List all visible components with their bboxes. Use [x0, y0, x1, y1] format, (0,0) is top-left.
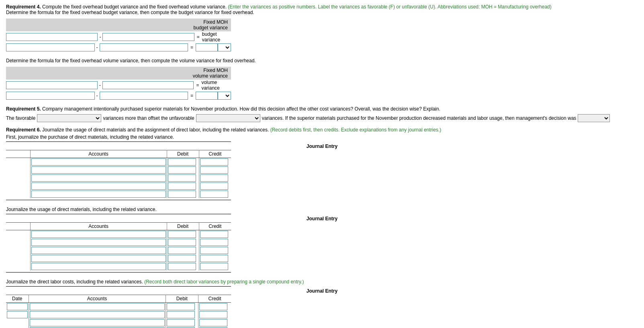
je3-accounts-1[interactable]	[30, 303, 165, 310]
je2-debit-5[interactable]	[168, 263, 196, 270]
req6-title: Requirement 6. Journalize the usage of d…	[6, 127, 638, 133]
je2-row4	[6, 254, 231, 262]
je1-row1	[6, 158, 231, 166]
je1-row3	[6, 174, 231, 182]
je2-instruction: Journalize the usage of direct materials…	[6, 207, 638, 212]
je3-title: Journal Entry	[6, 288, 638, 294]
je2-col-accounts: Accounts	[30, 223, 167, 230]
req5-title: Requirement 5. Company management intent…	[6, 106, 638, 112]
je2-accounts-3[interactable]	[31, 247, 166, 254]
je3-col-accounts: Accounts	[29, 295, 166, 303]
je1-col-accounts: Accounts	[30, 150, 167, 158]
je3-debit-2[interactable]	[167, 311, 195, 318]
volume-result-input2[interactable]	[100, 92, 188, 100]
budget-formula-input1[interactable]	[6, 33, 98, 41]
je1-top-divider	[6, 141, 231, 142]
je3-credit-2[interactable]	[199, 311, 227, 318]
je2-credit-5[interactable]	[200, 263, 228, 270]
je1-accounts-3[interactable]	[31, 174, 166, 182]
volume-formula-input1[interactable]	[6, 81, 98, 89]
je2-credit-4[interactable]	[200, 255, 228, 262]
budget-variance-section: Fixed MOH budget variance - = budget var…	[6, 18, 638, 51]
je3-accounts-2[interactable]	[30, 311, 165, 318]
je1-debit-1[interactable]	[168, 158, 196, 166]
je2-accounts-4[interactable]	[31, 255, 166, 262]
budget-result-input1[interactable]	[6, 43, 95, 51]
je3-header-row: Date Accounts Debit Credit	[6, 295, 231, 303]
je3-section: Journal Entry Date Accounts Debit Credit	[6, 288, 638, 328]
je2-row3	[6, 246, 231, 254]
je1-accounts-1[interactable]	[31, 158, 166, 166]
je2-top-divider	[6, 214, 231, 214]
je1-accounts-5[interactable]	[31, 191, 166, 198]
je1-debit-2[interactable]	[168, 166, 196, 174]
je2-accounts-1[interactable]	[31, 231, 166, 238]
je1-row2	[6, 166, 231, 174]
budget-formula-row1: - = budget variance	[6, 31, 231, 43]
je2-row5	[6, 262, 231, 271]
je2-debit-3[interactable]	[168, 247, 196, 254]
je2-accounts-2[interactable]	[31, 239, 166, 246]
je1-accounts-4[interactable]	[31, 182, 166, 190]
je3-row3	[6, 319, 231, 327]
volume-result-input1[interactable]	[6, 92, 95, 100]
budget-formula-input2[interactable]	[102, 33, 194, 41]
je3-instruction: Journalize the direct labor costs, inclu…	[6, 279, 638, 285]
je2-debit-1[interactable]	[168, 231, 196, 238]
je3-credit-3[interactable]	[199, 319, 227, 326]
volume-instruction: Determine the formula for the fixed over…	[6, 58, 638, 64]
je1-debit-4[interactable]	[168, 182, 196, 190]
je1-debit-5[interactable]	[168, 191, 196, 198]
je1-debit-3[interactable]	[168, 174, 196, 182]
je2-col-credit: Credit	[199, 223, 231, 230]
volume-formula-input2[interactable]	[102, 81, 194, 89]
je2-title: Journal Entry	[6, 216, 638, 221]
je1-credit-2[interactable]	[200, 166, 228, 174]
je2-credit-1[interactable]	[200, 231, 228, 238]
je1-credit-4[interactable]	[200, 182, 228, 190]
je1-credit-3[interactable]	[200, 174, 228, 182]
je1-credit-5[interactable]	[200, 191, 228, 198]
volume-variance-section: Fixed MOH volume variance - = volume var…	[6, 67, 638, 100]
je3-col-date: Date	[6, 295, 29, 303]
je1-title: Journal Entry	[6, 144, 638, 149]
je2-col-debit: Debit	[167, 223, 199, 230]
req5-unfavorable-select[interactable]: direct materials price direct materials …	[196, 114, 260, 122]
req5-wise-select[interactable]: wise unwise	[578, 114, 610, 122]
je1-col-credit: Credit	[199, 150, 231, 158]
volume-formula-row1: - = volume variance	[6, 80, 231, 91]
je3-top-divider	[6, 286, 231, 287]
je3-debit-3[interactable]	[167, 319, 195, 326]
je3-date-1[interactable]	[7, 303, 28, 310]
je1-row4	[6, 182, 231, 190]
req5-answer-row: The favorable direct materials price dir…	[6, 114, 638, 122]
budget-result-dropdown[interactable]: F U	[218, 43, 231, 51]
volume-result-dropdown[interactable]: F U	[218, 92, 231, 100]
je2-debit-2[interactable]	[168, 239, 196, 246]
je2-bottom-divider	[6, 272, 231, 273]
je1-row5	[6, 190, 231, 198]
je1-accounts-2[interactable]	[31, 166, 166, 174]
je3-date-2[interactable]	[7, 311, 28, 318]
je1-col-debit: Debit	[167, 150, 199, 158]
je1-table: Accounts Debit Credit	[6, 150, 231, 198]
je2-header-row: Accounts Debit Credit	[6, 223, 231, 230]
je3-credit-1[interactable]	[199, 303, 227, 310]
je3-debit-1[interactable]	[167, 303, 195, 310]
je2-row2	[6, 238, 231, 246]
req5-favorable-select[interactable]: direct materials price direct materials …	[37, 114, 101, 122]
volume-header: Fixed MOH volume variance	[6, 67, 231, 80]
je3-accounts-3[interactable]	[30, 319, 165, 326]
je2-debit-4[interactable]	[168, 255, 196, 262]
je3-table: Date Accounts Debit Credit	[6, 295, 231, 328]
je1-section: Journal Entry Accounts Debit Credit	[6, 144, 638, 200]
je2-credit-3[interactable]	[200, 247, 228, 254]
volume-result-value[interactable]	[196, 92, 218, 100]
je1-bottom-divider	[6, 200, 231, 200]
je2-credit-2[interactable]	[200, 239, 228, 246]
budget-result-value[interactable]	[196, 43, 218, 51]
je1-credit-1[interactable]	[200, 158, 228, 166]
je3-col-debit: Debit	[166, 295, 198, 303]
budget-result-input2[interactable]	[100, 43, 188, 51]
je2-accounts-5[interactable]	[31, 263, 166, 270]
